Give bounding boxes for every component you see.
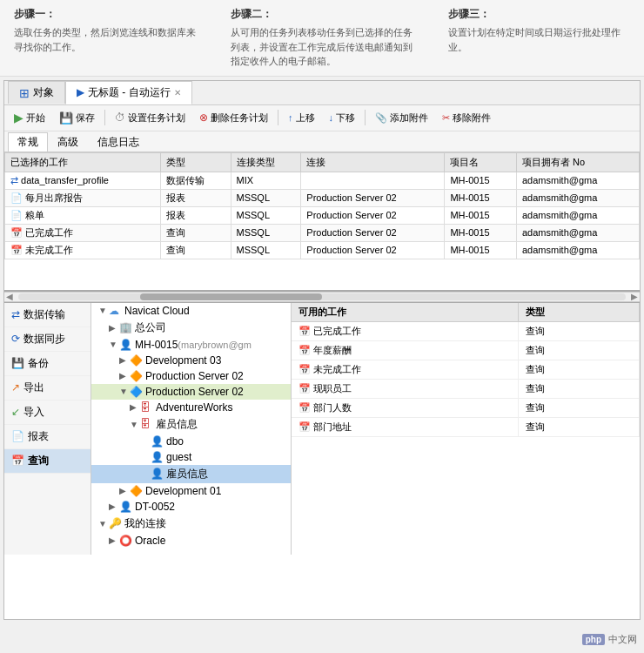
tree-node-employee-info2[interactable]: 👤 雇员信息 — [91, 465, 291, 483]
cell-project: MH-0015 — [445, 206, 517, 224]
col-name: 已选择的工作 — [5, 152, 161, 172]
tab-advanced[interactable]: 高级 — [48, 132, 88, 151]
sidebar-item-backup[interactable]: 💾 备份 — [4, 352, 91, 376]
main-container: ⊞ 对象 ▶ 无标题 - 自动运行 ✕ ▶ 开始 💾 保存 ⏱ 设置任务计划 ⊗… — [3, 80, 641, 620]
tree-node-dev01[interactable]: ▶ 🔶 Development 01 — [91, 483, 291, 499]
available-header: 可用的工作 类型 — [292, 303, 640, 322]
cell-owner: adamsmith@gma — [517, 241, 640, 259]
avail-cell-name: 📅 现职员工 — [292, 380, 519, 398]
tree-node-adventureworks[interactable]: ▶ 🗄 AdventureWorks — [91, 400, 291, 415]
cell-project: MH-0015 — [445, 241, 517, 259]
cell-name: 📄 粮单 — [5, 206, 161, 224]
tab-log[interactable]: 信息日志 — [88, 132, 149, 151]
avail-cell-type: 查询 — [519, 322, 640, 340]
step-3: 步骤三： 设置计划在特定时间或日期运行批处理作业。 — [448, 7, 630, 69]
tree-node-guest[interactable]: 👤 guest — [91, 449, 291, 465]
avail-cell-type: 查询 — [519, 418, 640, 436]
cell-connection: Production Server 02 — [301, 189, 445, 206]
step1-title: 步骤一： — [14, 7, 196, 22]
available-col-type: 类型 — [519, 303, 640, 321]
tab-bar: ⊞ 对象 ▶ 无标题 - 自动运行 ✕ — [4, 81, 640, 105]
available-row[interactable]: 📅 年度薪酬 查询 — [292, 341, 640, 360]
cell-name: 📅 未完成工作 — [5, 241, 161, 259]
available-row[interactable]: 📅 部门地址 查询 — [292, 418, 640, 437]
step3-text: 设置计划在特定时间或日期运行批处理作业。 — [448, 25, 630, 54]
avail-cell-type: 查询 — [519, 341, 640, 360]
sidebar-item-query[interactable]: 📅 查询 — [4, 449, 91, 474]
horizontal-scrollbar[interactable]: ◀ ▶ — [4, 292, 640, 302]
delete-schedule-button[interactable]: ⊗ 删除任务计划 — [193, 109, 274, 127]
cell-type: 查询 — [160, 224, 231, 241]
cell-name: ⇄ data_transfer_profile — [5, 172, 161, 189]
tree-node-navicat-cloud[interactable]: ▼ ☁ Navicat Cloud — [91, 303, 291, 319]
cell-type: 查询 — [160, 241, 231, 259]
cell-project: MH-0015 — [445, 189, 517, 206]
move-up-button[interactable]: ↑ 上移 — [282, 109, 321, 127]
tree-node-myconn[interactable]: ▼ 🔑 我的连接 — [91, 515, 291, 533]
col-connection: 连接 — [301, 152, 445, 172]
table-row[interactable]: 📅 未完成工作 查询 MSSQL Production Server 02 MH… — [5, 241, 640, 259]
cell-project: MH-0015 — [445, 172, 517, 189]
tree-node-dt0052[interactable]: ▶ 👤 DT-0052 — [91, 499, 291, 515]
cell-conntype: MSSQL — [231, 206, 301, 224]
table-row[interactable]: 📅 已完成工作 查询 MSSQL Production Server 02 MH… — [5, 224, 640, 241]
move-down-button[interactable]: ↓ 下移 — [323, 109, 362, 127]
available-row[interactable]: 📅 已完成工作 查询 — [292, 322, 640, 341]
tree-node-prod02b[interactable]: ▼ 🔷 Production Server 02 — [91, 384, 291, 400]
cell-owner: adamsmith@gma — [517, 224, 640, 241]
avail-cell-type: 查询 — [519, 380, 640, 398]
tree-node-employee-info[interactable]: ▼ 🗄 雇员信息 — [91, 415, 291, 434]
available-row[interactable]: 📅 部门人数 查询 — [292, 399, 640, 418]
tab-general[interactable]: 常规 — [8, 132, 48, 151]
add-attachment-button[interactable]: 📎 添加附件 — [369, 109, 434, 127]
sidebar-item-sync[interactable]: ⟳ 数据同步 — [4, 327, 91, 352]
tree-node-mh0015[interactable]: ▼ 👤 MH-0015 (marybrown@gm — [91, 337, 291, 353]
table-row[interactable]: ⇄ data_transfer_profile 数据传输 MIX MH-0015… — [5, 172, 640, 189]
cell-connection: Production Server 02 — [301, 206, 445, 224]
tab-autorun[interactable]: ▶ 无标题 - 自动运行 ✕ — [65, 81, 192, 104]
set-schedule-button[interactable]: ⏱ 设置任务计划 — [109, 109, 191, 127]
left-sidebar: ⇄ 数据传输⟳ 数据同步💾 备份↗ 导出↙ 导入📄 报表📅 查询 — [4, 303, 91, 555]
sidebar-item-report[interactable]: 📄 报表 — [4, 425, 91, 449]
table-row[interactable]: 📄 粮单 报表 MSSQL Production Server 02 MH-00… — [5, 206, 640, 224]
jobs-table: 已选择的工作 类型 连接类型 连接 项目名 项目拥有者 No ⇄ data_tr… — [4, 152, 640, 259]
sidebar-item-export[interactable]: ↗ 导出 — [4, 376, 91, 401]
step1-text: 选取任务的类型，然后浏览连线和数据库来寻找你的工作。 — [14, 25, 196, 54]
cell-owner: adamsmith@gma — [517, 189, 640, 206]
step-1: 步骤一： 选取任务的类型，然后浏览连线和数据库来寻找你的工作。 — [14, 7, 196, 69]
tree-node-oracle[interactable]: ▶ ⭕ Oracle — [91, 533, 291, 549]
sidebar-item-import[interactable]: ↙ 导入 — [4, 401, 91, 425]
cell-connection: Production Server 02 — [301, 241, 445, 259]
cell-name: 📄 每月出席报告 — [5, 189, 161, 206]
tree-node-dev03[interactable]: ▶ 🔶 Development 03 — [91, 353, 291, 368]
tab-object[interactable]: ⊞ 对象 — [8, 81, 65, 104]
available-row[interactable]: 📅 现职员工 查询 — [292, 380, 640, 399]
avail-cell-type: 查询 — [519, 399, 640, 417]
bottom-panel: ⇄ 数据传输⟳ 数据同步💾 备份↗ 导出↙ 导入📄 报表📅 查询 ▼ ☁ Nav… — [4, 302, 640, 555]
available-row[interactable]: 📅 未完成工作 查询 — [292, 360, 640, 380]
cell-name: 📅 已完成工作 — [5, 224, 161, 241]
avail-cell-name: 📅 部门地址 — [292, 418, 519, 436]
cell-conntype: MSSQL — [231, 241, 301, 259]
col-type: 类型 — [160, 152, 231, 172]
step3-title: 步骤三： — [448, 7, 630, 22]
tree-node-dbo[interactable]: 👤 dbo — [91, 434, 291, 449]
sidebar-item-transfer[interactable]: ⇄ 数据传输 — [4, 303, 91, 327]
cell-type: 报表 — [160, 189, 231, 206]
cell-conntype: MSSQL — [231, 224, 301, 241]
avail-cell-name: 📅 未完成工作 — [292, 360, 519, 379]
col-owner: 项目拥有者 No — [517, 152, 640, 172]
step-2: 步骤二： 从可用的任务列表移动任务到已选择的任务列表，并设置在工作完成后传送电邮… — [231, 7, 413, 69]
remove-attachment-button[interactable]: ✂ 移除附件 — [436, 109, 497, 127]
sub-tabs: 常规 高级 信息日志 — [4, 131, 640, 152]
save-button[interactable]: 💾 保存 — [53, 109, 101, 127]
table-row[interactable]: 📄 每月出席报告 报表 MSSQL Production Server 02 M… — [5, 189, 640, 206]
php-logo: php — [582, 634, 605, 645]
table-area: 已选择的工作 类型 连接类型 连接 项目名 项目拥有者 No ⇄ data_tr… — [4, 152, 640, 292]
start-button[interactable]: ▶ 开始 — [8, 108, 51, 127]
php-badge: php 中文网 — [582, 633, 637, 646]
tree-node-company[interactable]: ▶ 🏢 总公司 — [91, 319, 291, 337]
tree-node-prod02a[interactable]: ▶ 🔶 Production Server 02 — [91, 368, 291, 384]
avail-cell-name: 📅 部门人数 — [292, 399, 519, 417]
php-text: 中文网 — [608, 633, 637, 646]
